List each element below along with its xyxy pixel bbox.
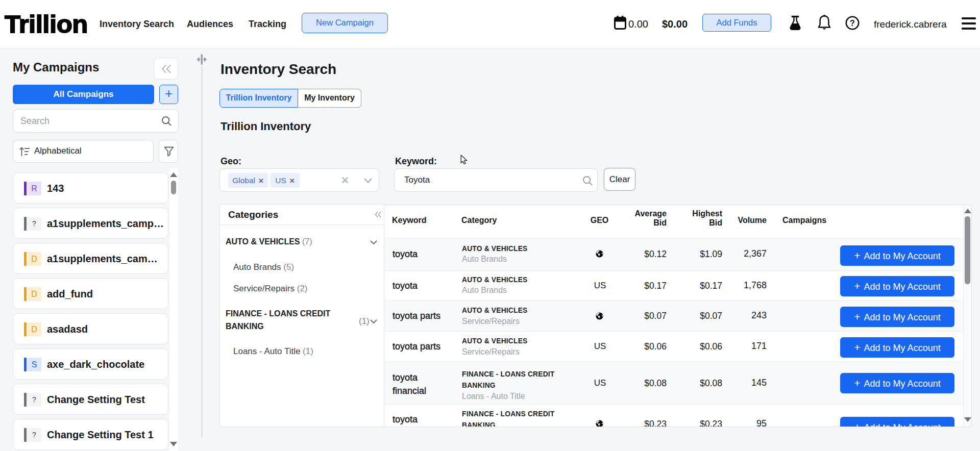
svg-text:?: ? [850, 19, 855, 28]
